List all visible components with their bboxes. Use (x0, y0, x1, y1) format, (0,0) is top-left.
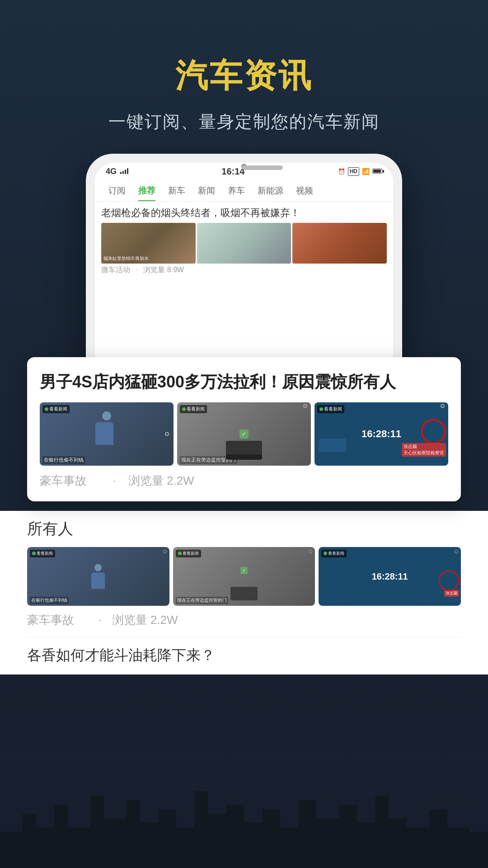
article1-img1-label: 烟灰缸里垫纸巾再加水 (103, 255, 149, 262)
phone-speaker (242, 165, 283, 170)
phone-mockup: 4G 16:14 ⏰ HD 📶 (86, 154, 402, 389)
bottom-img2-label: 现在正在旁边监控室的门 (176, 597, 228, 604)
img1-label: 在银行也偷不到钱 (42, 456, 85, 464)
card-img1[interactable]: 看看新闻 在银行也偷不到钱 (40, 402, 174, 466)
article1-img1[interactable]: 烟灰缸里垫纸巾再加水 (101, 223, 196, 264)
article1-views: 浏览量 8.9W (143, 266, 184, 274)
app-title: 汽车资讯 (0, 54, 488, 98)
tab-recommend[interactable]: 推荐 (132, 182, 162, 201)
card-meta: 豪车事故 · 浏览量 2.2W (40, 473, 448, 489)
tab-video[interactable]: 视频 (290, 182, 319, 201)
floating-card: 男子4S店内猛砸300多万法拉利！原因震惊所有人 看看新闻 在银行也偷不到钱 (27, 357, 461, 501)
network-indicator: 4G (106, 167, 128, 176)
app-subtitle: 一键订阅、量身定制您的汽车新闻 (0, 110, 488, 133)
bottom-car (230, 587, 258, 600)
status-right-icons: ⏰ HD 📶 (338, 167, 382, 176)
card-images: 看看新闻 在银行也偷不到钱 看看新闻 现在正在旁边监控室的门 (40, 402, 448, 466)
bottom-logo2: 看看新闻 (176, 550, 201, 557)
circle-sm3 (455, 550, 458, 553)
tab-maintenance[interactable]: 养车 (221, 182, 251, 201)
bottom-img1-label: 在银行也偷不到钱 (30, 597, 69, 604)
tab-new-energy[interactable]: 新能源 (251, 182, 290, 201)
bottom-name-tag: 张志颖 (444, 590, 459, 597)
clock-icon: ⏰ (338, 168, 345, 175)
bottom-category: 豪车事故 (27, 613, 74, 627)
circle-sm1 (163, 550, 167, 553)
phone-frame: 4G 16:14 ⏰ HD 📶 (86, 154, 402, 389)
article1-title[interactable]: 老烟枪必备的烟头终结者，吸烟不再被嫌弃！ (95, 202, 393, 223)
card-title[interactable]: 男子4S店内猛砸300多万法拉利！原因震惊所有人 (40, 371, 448, 393)
red-circle-indicator (421, 419, 446, 444)
bottom-views: 浏览量 2.2W (112, 613, 178, 627)
bg-car (319, 439, 346, 452)
name-tag: 张志颖 天心区检察院检察官 (402, 443, 446, 457)
bottom-img3[interactable]: 看看新闻 16:28:11 张志颖 (319, 547, 461, 606)
circle-indicator1 (165, 432, 169, 436)
card-category: 豪车事故 (40, 474, 87, 487)
nav-tabs: 订阅 推荐 新车 新闻 养车 新能源 视频 (95, 179, 393, 202)
circle-sm2 (309, 550, 312, 553)
check-mark: ✓ (239, 429, 249, 439)
article1-images: 烟灰缸里垫纸巾再加水 (95, 223, 393, 264)
bottom-more-title[interactable]: 各香如何才能斗油耗降下来？ (27, 637, 461, 665)
bottom-logo3: 看看新闻 (321, 550, 347, 557)
tab-new-car[interactable]: 新车 (162, 182, 192, 201)
wifi-icon: 📶 (362, 168, 370, 175)
tab-subscribe[interactable]: 订阅 (102, 182, 132, 201)
bottom-img1[interactable]: 看看新闻 在银行也偷不到钱 (27, 547, 169, 606)
article1-img3[interactable] (292, 223, 387, 264)
signal-bars-icon (120, 168, 128, 174)
timestamp-display: 16:28:11 (361, 428, 401, 440)
logo-badge1: 看看新闻 (42, 405, 70, 413)
logo-badge2: 看看新闻 (180, 405, 207, 413)
circle-indicator2 (303, 404, 307, 408)
bottom-img2[interactable]: 看看新闻 ✓ 现在正在旁边监控室的门 (173, 547, 315, 606)
bottom-meta: 豪车事故 · 浏览量 2.2W (27, 612, 461, 628)
card-img2[interactable]: 看看新闻 现在正在旁边监控室的门 ✓ (177, 402, 311, 466)
tab-news[interactable]: 新闻 (192, 182, 221, 201)
bottom-subtitle: 所有人 (27, 518, 461, 540)
card-views: 浏览量 2.2W (128, 474, 194, 487)
circle-indicator3 (441, 404, 445, 408)
article1-source: 微车活动 (101, 266, 130, 274)
clock-display: 16:14 (221, 166, 244, 177)
bottom-red-circle (439, 571, 459, 591)
hd-badge: HD (348, 167, 359, 176)
network-type: 4G (106, 167, 117, 176)
app-header: 汽车资讯 一键订阅、量身定制您的汽车新闻 (0, 54, 488, 133)
article1-meta: 微车活动 · 浏览量 8.9W (95, 264, 393, 278)
bottom-images: 看看新闻 在银行也偷不到钱 看看新闻 (27, 547, 461, 606)
person-silhouette (95, 411, 118, 443)
bottom-timestamp: 16:28:11 (372, 571, 408, 581)
phone-bottom-section: 所有人 看看新闻 在银行也偷不到钱 (0, 511, 488, 675)
car-silhouette (226, 441, 262, 459)
skyline-decoration (0, 755, 488, 868)
article1-img2[interactable] (197, 223, 291, 264)
phone-screen: 4G 16:14 ⏰ HD 📶 (95, 163, 393, 380)
bottom-logo1: 看看新闻 (30, 550, 55, 557)
card-img3[interactable]: 看看新闻 16:28:11 张志颖 天心区检察院检察官 (314, 402, 448, 466)
logo-badge3: 看看新闻 (317, 405, 344, 413)
battery-icon (372, 167, 382, 175)
